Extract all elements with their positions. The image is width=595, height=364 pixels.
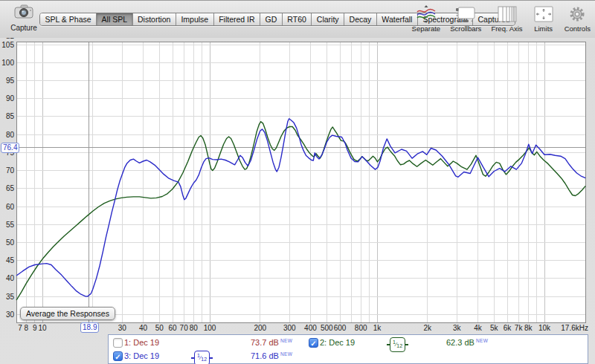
y-tick-label: 80 (6, 131, 15, 139)
x-tick-label: 7k (515, 324, 524, 332)
legend-checkbox-1-dec-19[interactable] (113, 338, 123, 348)
y-tick-label: 105 (1, 41, 14, 49)
new-tag: NEW (280, 351, 292, 357)
legend-entry-3-dec-19: ✓3: Dec 191⁄1271.6 dBNEW (109, 351, 301, 363)
tab-clarity[interactable]: Clarity (312, 13, 344, 25)
x-tick-label: 200 (254, 324, 266, 332)
tab-decay[interactable]: Decay (344, 13, 377, 25)
legend-value: 71.6 dBNEW (251, 351, 292, 360)
tool-freq-axis[interactable]: Freq. Axis (491, 4, 522, 33)
tool-label: Limits (534, 25, 553, 33)
x-tick-label: 500 (321, 324, 333, 332)
tool-controls[interactable]: Controls (565, 4, 591, 33)
x-tick-label: 70 (180, 324, 189, 332)
x-tick-label: 3k (453, 324, 462, 332)
legend-name[interactable]: 3: Dec 19 (124, 351, 159, 360)
x-tick-label: 800 (355, 324, 367, 332)
x-tick-label: 10 (38, 324, 47, 332)
tab-impulse[interactable]: Impulse (176, 13, 214, 25)
x-tick-label: 50 (155, 324, 164, 332)
x-tick-label: 7 (18, 324, 22, 332)
plot-area[interactable] (16, 42, 585, 322)
cursor-freq-readout: 18.9 (80, 322, 99, 333)
y-tick-label: 85 (6, 112, 15, 120)
x-tick-label: 40 (139, 324, 148, 332)
tab-filtered-ir[interactable]: Filtered IR (214, 13, 260, 25)
legend-name[interactable]: 2: Dec 19 (320, 338, 355, 347)
toolbar: Capture SPL & PhaseAll SPLDistortionImpu… (0, 1, 595, 38)
legend-checkbox-2-dec-19[interactable]: ✓ (309, 338, 318, 348)
y-tick-label: 50 (6, 238, 15, 247)
new-tag: NEW (476, 338, 488, 343)
x-tick-label: 400 (304, 324, 317, 332)
tool-limits[interactable]: Limits (533, 4, 555, 33)
x-tick-label: 100 (204, 324, 216, 332)
x-tick-label: 600 (334, 324, 347, 332)
x-tick-label: 8 (24, 324, 28, 332)
y-tick-label: 45 (6, 256, 15, 264)
legend-checkbox-3-dec-19[interactable]: ✓ (113, 351, 123, 361)
scrollbars-icon (454, 4, 477, 24)
x-tick-label: 10k (538, 324, 551, 332)
smoothing-badge[interactable]: 1⁄12 (191, 351, 213, 364)
x-tick-label: 60 (169, 324, 178, 332)
capture-label: Capture (6, 24, 42, 32)
y-tick-label: 30 (6, 311, 15, 319)
x-tick-label: 1k (373, 324, 382, 332)
new-tag: NEW (280, 338, 292, 343)
separate-icon (415, 4, 437, 24)
y-tick-label: 55 (6, 221, 15, 229)
cursor-db-readout: 76.4 (1, 143, 19, 153)
tab-all-spl[interactable]: All SPL (97, 13, 132, 25)
freq-axis-icon (496, 4, 518, 24)
y-tick-label: 70 (6, 166, 15, 175)
tool-label: Separate (412, 25, 441, 33)
y-tick-label: 35 (6, 293, 15, 301)
y-tick-label: 95 (6, 77, 15, 85)
x-tick-label: 5k (490, 324, 499, 332)
controls-icon (566, 4, 588, 24)
badge-value: 1⁄12 (390, 337, 405, 352)
tool-label: Scrollbars (450, 25, 481, 33)
x-tick-label: 300 (283, 324, 296, 332)
badge-tail (405, 344, 408, 345)
smoothing-badge[interactable]: 1⁄12 (387, 337, 408, 352)
x-tick-label: 8k (524, 324, 533, 332)
tab-rt60[interactable]: RT60 (283, 13, 312, 25)
tool-label: Controls (565, 25, 591, 33)
tool-scrollbars[interactable]: Scrollbars (450, 4, 481, 33)
rew-window: dB10510095908580757065605550454035307891… (0, 0, 595, 364)
legend-value: 62.3 dBNEW (446, 338, 488, 347)
x-tick-label: 30 (118, 324, 127, 332)
limits-icon (533, 4, 555, 24)
y-tick-label: 60 (6, 203, 15, 211)
legend-entry-2-dec-19: ✓2: Dec 191⁄1262.3 dBNEW (305, 337, 497, 350)
capture-button[interactable]: Capture (6, 4, 42, 32)
tab-gd[interactable]: GD (260, 13, 283, 25)
x-tick-label: 6k (504, 324, 512, 332)
y-tick-label: 65 (6, 184, 15, 192)
tool-label: Freq. Axis (491, 25, 522, 33)
graph-tools: Separate Scrollbars Freq. Axis Limits Co… (412, 4, 591, 33)
legend-value: 73.7 dBNEW (251, 338, 292, 347)
badge-tail (210, 357, 213, 359)
y-tick-label: 40 (6, 274, 15, 282)
badge-value: 1⁄12 (194, 351, 210, 364)
measurement-legend: 1: Dec 1973.7 dBNEW✓2: Dec 191⁄1262.3 dB… (108, 334, 588, 364)
average-responses-tooltip: Average the Responses (20, 307, 115, 320)
tool-separate[interactable]: Separate (412, 4, 441, 33)
legend-name[interactable]: 1: Dec 19 (124, 338, 159, 347)
x-tick-label: 9 (33, 324, 37, 332)
x-tick-label: 2k (423, 324, 432, 332)
legend-entry-1-dec-19: 1: Dec 1973.7 dBNEW (109, 337, 301, 350)
x-tick-label: 4k (474, 324, 483, 332)
tab-spl-phase[interactable]: SPL & Phase (40, 13, 97, 25)
tab-distortion[interactable]: Distortion (133, 13, 176, 25)
x-tick-label: 80 (190, 324, 199, 332)
y-tick-label: 90 (6, 94, 15, 103)
x-tick-label: 17.6kHz (561, 324, 588, 332)
y-tick-label: 100 (1, 59, 14, 67)
camera-icon (13, 10, 35, 22)
